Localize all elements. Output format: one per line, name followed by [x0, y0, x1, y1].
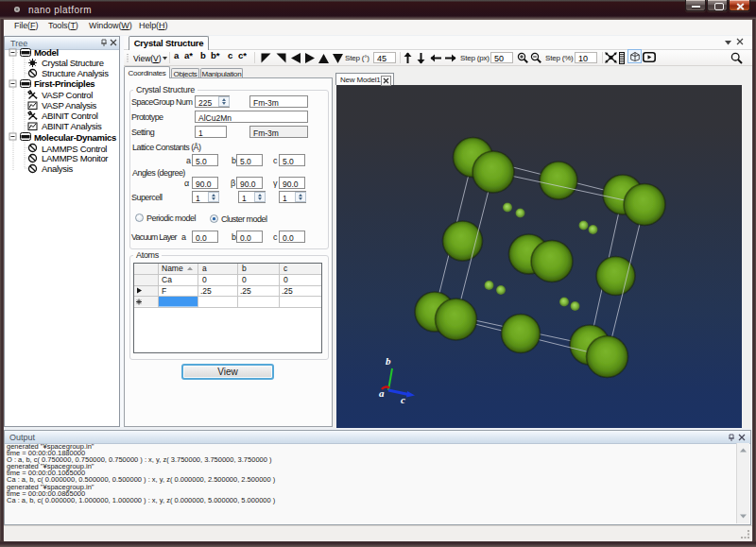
- svg-text:c: c: [401, 394, 405, 405]
- svg-text:.25: .25: [282, 286, 293, 296]
- svg-text:Name: Name: [162, 264, 183, 273]
- svg-text:.25: .25: [240, 286, 251, 296]
- svg-text:0: 0: [242, 275, 247, 284]
- svg-text:b: b: [386, 355, 391, 367]
- svg-text:b: b: [242, 264, 247, 273]
- svg-text:F: F: [162, 286, 166, 296]
- svg-text:0: 0: [284, 275, 288, 284]
- svg-text:a: a: [379, 387, 385, 399]
- svg-text:.25: .25: [200, 286, 212, 296]
- svg-text:a: a: [202, 264, 207, 273]
- svg-text:Ca: Ca: [162, 275, 172, 284]
- svg-text:0: 0: [202, 275, 207, 284]
